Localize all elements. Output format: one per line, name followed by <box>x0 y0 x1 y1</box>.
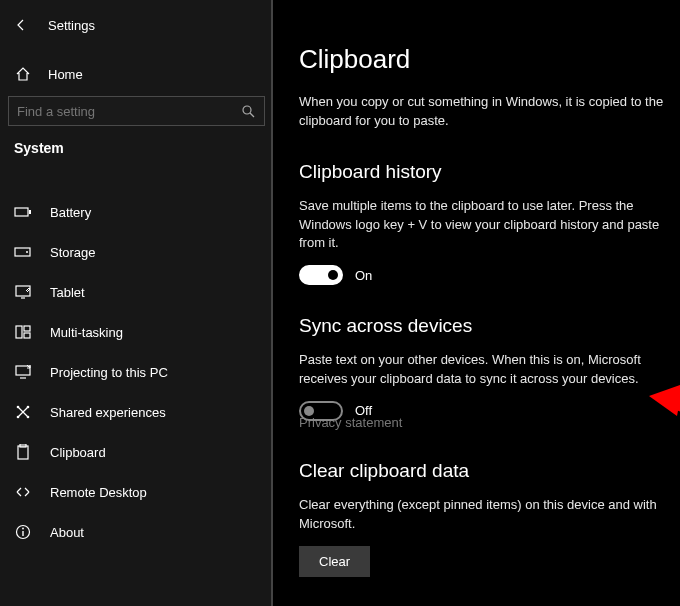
svg-point-5 <box>26 251 28 253</box>
sidebar-item-label: Battery <box>50 205 91 220</box>
svg-point-23 <box>22 528 24 530</box>
sync-toggle[interactable] <box>299 401 343 421</box>
sidebar-item-multitasking[interactable]: Multi-tasking <box>0 312 273 352</box>
multitasking-icon <box>14 325 32 339</box>
main-panel: Clipboard When you copy or cut something… <box>273 0 680 606</box>
nav-list: Battery Storage Tablet Multi-tasking Pro… <box>0 170 273 552</box>
clear-heading: Clear clipboard data <box>299 460 664 482</box>
sidebar-item-clipboard[interactable]: Clipboard <box>0 432 273 472</box>
category-label: System <box>0 140 273 170</box>
sidebar-item-label: Storage <box>50 245 96 260</box>
sidebar-item-remote-desktop[interactable]: Remote Desktop <box>0 472 273 512</box>
clipboard-history-desc: Save multiple items to the clipboard to … <box>299 197 664 254</box>
about-icon <box>14 524 32 540</box>
back-arrow-icon <box>14 18 28 32</box>
svg-rect-2 <box>15 208 28 216</box>
storage-icon <box>14 246 32 258</box>
home-icon <box>14 66 32 82</box>
home-label: Home <box>48 67 83 82</box>
toggle-knob <box>304 406 314 416</box>
home-nav[interactable]: Home <box>0 46 273 96</box>
sync-heading: Sync across devices <box>299 315 664 337</box>
svg-point-0 <box>243 106 251 114</box>
sidebar-item-label: Tablet <box>50 285 85 300</box>
sidebar-item-shared-experiences[interactable]: Shared experiences <box>0 392 273 432</box>
svg-rect-8 <box>16 326 22 338</box>
clipboard-icon <box>14 444 32 460</box>
svg-point-17 <box>17 416 20 419</box>
clipboard-history-toggle[interactable] <box>299 265 343 285</box>
svg-rect-9 <box>24 326 30 331</box>
sync-desc: Paste text on your other devices. When t… <box>299 351 664 389</box>
sidebar-item-label: Shared experiences <box>50 405 166 420</box>
sidebar-item-storage[interactable]: Storage <box>0 232 273 272</box>
svg-line-1 <box>250 113 254 117</box>
svg-rect-3 <box>29 210 31 214</box>
app-title: Settings <box>48 18 95 33</box>
projecting-icon <box>14 365 32 379</box>
page-intro: When you copy or cut something in Window… <box>299 93 664 131</box>
toggle-knob <box>328 270 338 280</box>
clear-button[interactable]: Clear <box>299 546 370 577</box>
search-box[interactable] <box>8 96 265 126</box>
remote-desktop-icon <box>14 485 32 499</box>
sidebar-header: Settings <box>0 10 273 46</box>
search-icon <box>240 104 256 118</box>
battery-icon <box>14 206 32 218</box>
tablet-icon <box>14 285 32 299</box>
search-container <box>0 96 273 140</box>
sidebar-item-label: Clipboard <box>50 445 106 460</box>
sidebar-item-tablet[interactable]: Tablet <box>0 272 273 312</box>
clipboard-history-toggle-row: On <box>299 265 664 285</box>
svg-point-16 <box>27 406 30 409</box>
search-input[interactable] <box>17 104 240 119</box>
clear-desc: Clear everything (except pinned items) o… <box>299 496 664 534</box>
clipboard-history-heading: Clipboard history <box>299 161 664 183</box>
svg-rect-11 <box>16 366 30 375</box>
page-title: Clipboard <box>299 44 664 75</box>
back-button[interactable] <box>10 14 32 36</box>
sidebar-item-label: Projecting to this PC <box>50 365 168 380</box>
sidebar-item-label: Multi-tasking <box>50 325 123 340</box>
svg-point-18 <box>27 416 30 419</box>
sidebar-item-label: Remote Desktop <box>50 485 147 500</box>
svg-rect-19 <box>18 446 28 459</box>
settings-sidebar: Settings Home System Battery Storage Tab… <box>0 0 273 606</box>
sidebar-item-about[interactable]: About <box>0 512 273 552</box>
sidebar-item-projecting[interactable]: Projecting to this PC <box>0 352 273 392</box>
sidebar-item-label: About <box>50 525 84 540</box>
svg-point-15 <box>17 406 20 409</box>
svg-rect-10 <box>24 333 30 338</box>
privacy-statement-link[interactable]: Privacy statement <box>299 415 664 430</box>
shared-experiences-icon <box>14 404 32 420</box>
sidebar-item-battery[interactable]: Battery <box>0 192 273 232</box>
clipboard-history-toggle-state: On <box>355 268 372 283</box>
